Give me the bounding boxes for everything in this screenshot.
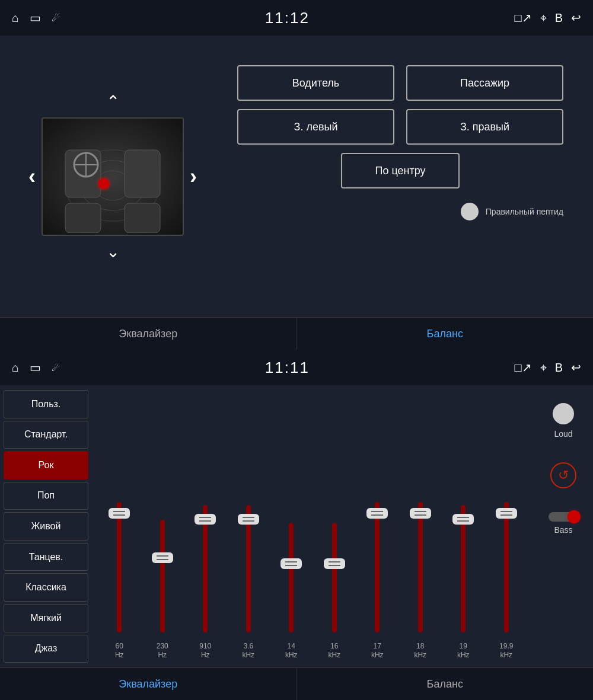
freq-label-7: 18kHz	[399, 642, 442, 660]
slider-col-8	[461, 391, 466, 632]
bluetooth-icon-2[interactable]: B	[555, 361, 563, 375]
reset-button[interactable]: ↺	[550, 462, 576, 488]
bottom-status-right: □↗ ⌖ B ↩	[515, 360, 581, 375]
preset-item-2[interactable]: Рок	[4, 451, 88, 480]
home-icon-2[interactable]: ⌂	[12, 361, 19, 375]
eq-right-controls: Loud ↺ Bass	[534, 385, 593, 667]
slider-thumb-8[interactable]	[452, 514, 474, 525]
back-icon[interactable]: ↩	[571, 11, 581, 25]
preset-item-6[interactable]: Классика	[4, 573, 88, 602]
slider-col-5	[332, 391, 337, 632]
top-status-bar: ⌂ ▭ ☄ 11:12 □↗ ⌖ B ↩	[0, 0, 593, 36]
top-status-left: ⌂ ▭ ☄	[12, 11, 60, 25]
svg-rect-4	[125, 150, 160, 197]
bluetooth-icon[interactable]: B	[555, 11, 563, 25]
freq-label-6: 17kHz	[356, 642, 399, 660]
bass-slider-track[interactable]	[549, 512, 578, 522]
loud-label: Loud	[554, 429, 572, 439]
eq-main: Польз.Стандарт.РокПопЖивойТанцев.Классик…	[0, 385, 593, 667]
svg-rect-6	[125, 203, 160, 233]
slider-track-2[interactable]	[203, 505, 208, 632]
location-icon[interactable]: ⌖	[540, 11, 547, 25]
arrow-down-button[interactable]: ⌄	[106, 242, 120, 261]
slider-thumb-5[interactable]	[324, 558, 345, 569]
slider-thumb-0[interactable]	[109, 508, 130, 519]
bottom-status-left: ⌂ ▭ ☄	[12, 360, 60, 375]
top-tab-bar: Эквалайзер Баланс	[0, 317, 593, 350]
svg-rect-5	[65, 203, 101, 233]
bottom-clock: 11:11	[265, 359, 310, 377]
freq-label-9: 19.9kHz	[485, 642, 528, 660]
home-icon[interactable]: ⌂	[12, 11, 19, 25]
preset-item-1[interactable]: Стандарт.	[4, 421, 88, 449]
slider-track-9[interactable]	[504, 502, 509, 632]
top-clock: 11:12	[265, 9, 310, 27]
slider-track-1[interactable]	[160, 520, 165, 632]
slider-thumb-2[interactable]	[195, 514, 216, 525]
slider-col-1	[160, 391, 165, 632]
usb-icon[interactable]: ☄	[52, 12, 60, 24]
center-button[interactable]: По центру	[341, 153, 460, 188]
preset-item-7[interactable]: Мягкий	[4, 604, 88, 632]
slider-track-5[interactable]	[332, 523, 337, 632]
slider-col-9	[504, 391, 509, 632]
preset-item-4[interactable]: Живой	[4, 512, 88, 541]
slider-track-7[interactable]	[418, 502, 423, 632]
usb-icon-2[interactable]: ☄	[52, 362, 60, 373]
freq-label-1: 230Hz	[141, 642, 184, 660]
bass-slider-thumb	[568, 510, 581, 523]
preset-item-3[interactable]: Поп	[4, 482, 88, 510]
preset-item-5[interactable]: Танцев.	[4, 543, 88, 571]
sliders-container	[98, 391, 528, 638]
toggle-circle[interactable]	[461, 203, 479, 220]
freq-labels: 60Hz230Hz910Hz3.6kHz14kHz16kHz17kHz18kHz…	[98, 638, 528, 667]
freq-label-5: 16kHz	[313, 642, 356, 660]
arrow-up-button[interactable]: ⌃	[106, 92, 120, 111]
center-btn-row: По центру	[237, 153, 563, 188]
slider-col-0	[117, 391, 122, 632]
cast-icon-2[interactable]: □↗	[515, 360, 532, 375]
front-seat-row: Водитель Пассажир	[237, 65, 563, 101]
tab-equalizer-bottom[interactable]: Эквалайзер	[0, 668, 297, 700]
rear-left-button[interactable]: З. левый	[237, 109, 394, 145]
arrow-right-button[interactable]: ›	[190, 164, 197, 189]
tab-balance-top[interactable]: Баланс	[297, 318, 594, 350]
slider-col-7	[418, 391, 423, 632]
screen-icon[interactable]: ▭	[30, 11, 41, 25]
toggle-label: Правильный пептид	[486, 207, 563, 216]
slider-thumb-7[interactable]	[410, 508, 431, 519]
passenger-button[interactable]: Пассажир	[406, 65, 563, 101]
rear-right-button[interactable]: З. правый	[406, 109, 563, 145]
top-status-right: □↗ ⌖ B ↩	[515, 11, 581, 25]
slider-thumb-1[interactable]	[152, 552, 173, 563]
slider-col-3	[246, 391, 251, 632]
preset-item-8[interactable]: Джаз	[4, 635, 88, 663]
slider-thumb-3[interactable]	[238, 514, 259, 525]
location-icon-2[interactable]: ⌖	[540, 361, 547, 375]
bottom-tab-bar: Эквалайзер Баланс	[0, 667, 593, 700]
car-interior-svg	[47, 120, 178, 233]
slider-thumb-9[interactable]	[496, 508, 517, 519]
freq-label-0: 60Hz	[98, 642, 141, 660]
cast-icon[interactable]: □↗	[515, 11, 532, 25]
tab-balance-bottom[interactable]: Баланс	[297, 668, 594, 700]
bottom-status-bar: ⌂ ▭ ☄ 11:11 □↗ ⌖ B ↩	[0, 350, 593, 385]
car-image	[42, 117, 184, 236]
slider-track-4[interactable]	[289, 523, 294, 632]
slider-track-8[interactable]	[461, 505, 466, 632]
seat-buttons-section: Водитель Пассажир З. левый З. правый По …	[225, 47, 575, 305]
slider-track-0[interactable]	[117, 502, 122, 632]
tab-equalizer-top[interactable]: Эквалайзер	[0, 318, 297, 350]
slider-thumb-6[interactable]	[366, 508, 388, 519]
slider-track-3[interactable]	[246, 505, 251, 632]
top-panel: ⌂ ▭ ☄ 11:12 □↗ ⌖ B ↩ ⌃ ‹	[0, 0, 593, 350]
loud-toggle-circle[interactable]	[553, 403, 574, 424]
arrow-left-button[interactable]: ‹	[28, 164, 36, 189]
screen-icon-2[interactable]: ▭	[30, 360, 41, 375]
loud-toggle: Loud	[553, 403, 574, 439]
driver-button[interactable]: Водитель	[237, 65, 394, 101]
back-icon-2[interactable]: ↩	[571, 360, 581, 375]
preset-item-0[interactable]: Польз.	[4, 390, 88, 418]
slider-track-6[interactable]	[375, 502, 380, 632]
slider-thumb-4[interactable]	[280, 558, 302, 569]
